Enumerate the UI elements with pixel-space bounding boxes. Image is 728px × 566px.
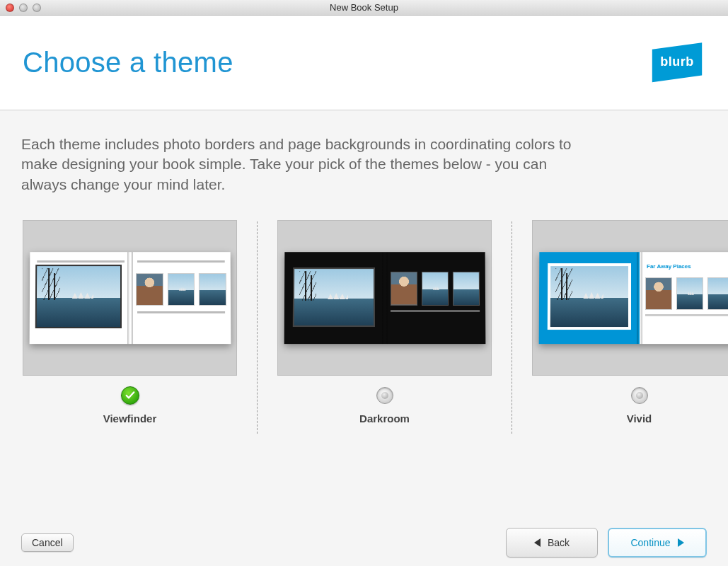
window-titlebar: New Book Setup: [0, 0, 728, 16]
theme-option-darkroom[interactable]: Darkroom: [277, 220, 492, 434]
window-title: New Book Setup: [0, 2, 728, 13]
window-controls: [0, 4, 41, 12]
theme-name-label: Vivid: [627, 412, 652, 424]
theme-radio[interactable]: [376, 386, 393, 405]
back-button-label: Back: [548, 537, 570, 548]
blurb-logo-text: blurb: [649, 54, 705, 69]
theme-preview: [23, 220, 237, 376]
theme-option-viewfinder[interactable]: Viewfinder: [23, 220, 237, 434]
theme-name-label: Viewfinder: [103, 412, 157, 424]
wizard-header: Choose a theme blurb: [0, 16, 728, 110]
continue-button-label: Continue: [630, 537, 670, 548]
preview-left-page: [29, 252, 129, 344]
triangle-right-icon: [678, 538, 684, 547]
checkmark-icon: [121, 386, 139, 405]
book-spread-preview: Far Away Places: [538, 252, 728, 344]
page-description: Each theme includes photo borders and pa…: [21, 134, 594, 195]
theme-list: Viewfinder: [21, 220, 707, 434]
blurb-logo: blurb: [649, 39, 705, 87]
preview-right-page: Far Away Places: [640, 252, 729, 344]
preview-right-page: [130, 252, 231, 344]
theme-name-label: Darkroom: [359, 412, 410, 424]
radio-icon: [376, 387, 393, 404]
preview-left-page: [284, 252, 384, 344]
theme-radio[interactable]: [631, 386, 648, 405]
cancel-button-label: Cancel: [32, 537, 63, 548]
book-spread-preview: [284, 252, 485, 344]
minimize-window-button[interactable]: [19, 4, 28, 12]
theme-option-vivid[interactable]: Far Away Places Vivid: [532, 220, 728, 434]
preview-right-title: Far Away Places: [646, 263, 691, 270]
book-spread-preview: [29, 252, 231, 344]
theme-selected-indicator: [121, 386, 139, 405]
back-button[interactable]: Back: [506, 528, 598, 558]
zoom-window-button[interactable]: [33, 4, 41, 12]
theme-preview: Far Away Places: [532, 220, 728, 376]
wizard-footer: Cancel Back Continue: [0, 528, 728, 558]
preview-left-page: [538, 252, 639, 344]
preview-right-page: [385, 252, 485, 344]
radio-icon: [631, 387, 648, 404]
continue-button[interactable]: Continue: [608, 528, 707, 558]
triangle-left-icon: [534, 538, 541, 547]
theme-preview: [277, 220, 492, 376]
cancel-button[interactable]: Cancel: [21, 533, 74, 552]
page-title: Choose a theme: [23, 47, 233, 79]
close-window-button[interactable]: [6, 4, 14, 12]
divider: [512, 221, 512, 434]
wizard-body: Each theme includes photo borders and pa…: [0, 110, 728, 434]
divider: [257, 221, 258, 434]
